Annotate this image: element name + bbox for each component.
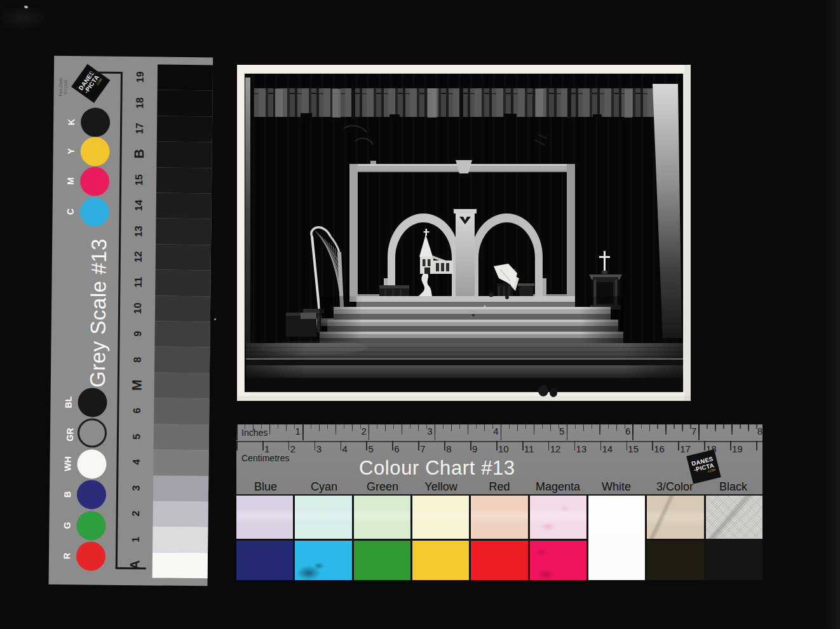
label-blue: Blue [236, 480, 295, 494]
scale-mark: M [122, 372, 152, 398]
patch-cyan-solid [295, 541, 351, 580]
grey-patch [155, 295, 210, 321]
left-proscenium-edge [245, 78, 250, 344]
colour-patch-grid [236, 494, 762, 580]
scale-mark: 11 [123, 269, 153, 295]
stage-scene [245, 74, 683, 397]
grey-patch [156, 193, 212, 219]
grey-patch [156, 244, 211, 270]
grey-patch [154, 347, 210, 373]
label-3color: 3/Color [646, 480, 704, 494]
dot-label: R [52, 541, 81, 571]
scale-mark: 12 [123, 244, 154, 270]
grey-patch [154, 372, 210, 398]
dot-black-k: K [81, 107, 110, 137]
patch-magenta-solid [530, 541, 586, 580]
audience-silhouette [538, 385, 548, 396]
patch-3color-solid [647, 541, 703, 580]
scan-background: Part Code ST1316 DANES -PICTA .COM K Y M… [0, 0, 840, 629]
patch-3color-pale [647, 496, 703, 539]
dot-blue: B [77, 480, 106, 509]
scale-mark: 13 [123, 218, 154, 244]
scanner-edge-glow [822, 0, 840, 629]
patch-green-pale [354, 496, 410, 539]
patch-cyan-pale [295, 496, 351, 539]
stage-steps [320, 293, 623, 344]
inch-ruler: 12 34 56 78 [236, 426, 764, 436]
patch-blue-solid [236, 541, 293, 580]
dot-label: G [52, 511, 81, 540]
greyscale-title: Grey Scale #13 [84, 230, 114, 395]
danes-picta-logo: DANES -PICTA .COM [71, 64, 110, 103]
dot-label: B [53, 480, 82, 509]
patch-blue-pale [236, 496, 293, 539]
cm-ruler: 12 34 56 78 910 1112 1314 1516 1718 19 [262, 443, 756, 454]
dot-yellow: Y [80, 137, 109, 166]
grey-scale-strip: Part Code ST1316 DANES -PICTA .COM K Y M… [48, 56, 213, 586]
centimetres-label: Centimetres [241, 453, 289, 463]
grey-patch [158, 64, 213, 90]
patch-black-solid [706, 541, 762, 580]
dot-cyan: C [79, 197, 109, 226]
patch-red-solid [471, 541, 527, 580]
scale-mark: 18 [125, 90, 155, 116]
patch-green-solid [354, 541, 410, 580]
label-green: Green [353, 480, 412, 494]
danes-picta-logo: DANES -PICTA .COM [686, 449, 721, 484]
white-column-bridge [588, 538, 645, 541]
scale-mark: 4 [121, 449, 151, 475]
dot-label: K [57, 107, 86, 137]
grey-patch [157, 116, 212, 142]
part-code: Part Code ST1316 [58, 68, 70, 106]
colour-label-row: Blue Cyan Green Yellow Red Magenta White… [236, 480, 762, 494]
grey-patch [156, 142, 212, 168]
patch-magenta-pale [530, 496, 586, 539]
dot-label: WH [53, 449, 82, 478]
scale-mark: 17 [125, 116, 155, 142]
dot-label: Y [56, 137, 85, 166]
dot-white: WH [77, 449, 106, 478]
scale-mark: 6 [121, 398, 152, 424]
dot-magenta: M [80, 166, 109, 196]
grey-patch [156, 167, 212, 193]
grey-patch [154, 321, 210, 348]
label-yellow: Yellow [412, 480, 470, 494]
audience-silhouette [550, 388, 557, 397]
grey-patch [154, 424, 209, 450]
grey-patch [156, 219, 211, 245]
scale-mark-column: 19 18 17 B 15 14 13 12 11 10 9 8 M 6 5 4… [120, 64, 156, 578]
dot-label: C [55, 197, 85, 226]
step-box [286, 313, 316, 337]
grey-patch [157, 90, 212, 116]
patch-white-pale [588, 496, 645, 539]
scale-mark: A [120, 552, 151, 578]
separator-tick [90, 71, 121, 73]
dot-green: G [76, 511, 105, 540]
patch-yellow-pale [412, 496, 469, 539]
patch-white-solid [588, 541, 645, 580]
scale-mark: 8 [122, 346, 152, 372]
grey-patch-column [152, 64, 213, 578]
grey-patch [153, 475, 208, 501]
scale-mark: B [124, 141, 154, 167]
curtain-valance [254, 88, 659, 119]
scale-mark: 19 [125, 64, 156, 90]
scale-mark: 2 [120, 501, 151, 527]
scale-mark: 5 [121, 424, 152, 450]
stage-floor [246, 341, 683, 397]
dot-black: BL [78, 388, 107, 417]
dot-label: M [56, 166, 85, 196]
grey-patch [152, 552, 208, 578]
grey-patch [152, 501, 208, 527]
scale-mark: 1 [120, 526, 151, 552]
patch-yellow-solid [412, 541, 469, 580]
grey-patch [153, 450, 208, 476]
label-magenta: Magenta [529, 480, 587, 494]
scale-mark: 9 [122, 321, 152, 347]
scale-mark: 14 [124, 193, 154, 219]
grey-patch [154, 398, 209, 424]
label-white: White [587, 480, 646, 494]
patch-red-pale [471, 496, 527, 539]
corner-smudge [0, 0, 76, 44]
colour-chart: Inches 12 34 56 78 12 34 56 78 910 1112 … [236, 424, 762, 580]
